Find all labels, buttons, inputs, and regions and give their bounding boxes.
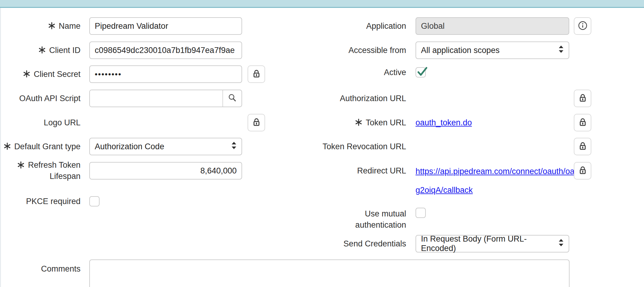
comments-label: Comments [0,260,80,278]
logo-url-label: Logo URL [0,114,80,131]
lock-icon [251,117,261,128]
active-checkbox[interactable] [416,67,426,78]
redirect-url-lock-button[interactable] [574,162,591,180]
lock-icon [578,93,588,104]
oauth-api-script-label: OAuth API Script [0,90,80,107]
token-revocation-url-label: Token Revocation URL [303,138,406,155]
lock-icon [578,165,588,176]
redirect-url-label: Redirect URL [303,162,406,180]
required-asterisk-icon [3,142,11,150]
lock-icon [578,117,588,128]
refresh-token-lifespan-input[interactable] [89,162,242,180]
select-stepper-icon [558,239,564,249]
client-secret-input[interactable] [89,65,242,83]
use-mutual-authentication-label: Use mutual authentication [303,208,406,231]
default-grant-type-label: Default Grant type [0,138,80,155]
lock-icon [578,141,588,152]
oauth-api-script-input[interactable] [90,90,222,107]
client-id-label: Client ID [0,41,80,59]
token-revocation-url-lock-button[interactable] [574,138,591,155]
form-header-bar [0,0,644,8]
oauth-entity-form: Name Client ID Client Secret OAuth API S… [0,0,644,287]
pkce-required-checkbox[interactable] [89,196,100,206]
application-info-button[interactable] [574,17,591,35]
send-credentials-label: Send Credentials [303,235,406,252]
info-icon [578,21,588,31]
logo-url-lock-button[interactable] [248,114,265,131]
redirect-url-link[interactable]: https://api.pipedream.com/connect/oauth/… [416,162,572,200]
token-url-link[interactable]: oauth_token.do [416,118,472,127]
application-input [416,17,569,35]
select-stepper-icon [231,142,237,152]
lock-icon [251,69,261,80]
accessible-from-label: Accessible from [303,41,406,59]
search-icon [228,93,237,104]
send-credentials-select[interactable]: In Request Body (Form URL-Encoded) [416,235,569,252]
application-label: Application [303,17,406,35]
active-label: Active [303,67,406,78]
client-secret-label: Client Secret [0,65,80,83]
required-asterisk-icon [355,118,363,126]
required-asterisk-icon [23,70,31,78]
client-secret-lock-button[interactable] [248,65,265,83]
required-asterisk-icon [17,161,25,169]
pkce-required-label: PKCE required [0,196,80,206]
name-label: Name [0,17,80,35]
client-id-input[interactable] [89,41,242,59]
default-grant-type-select[interactable]: Authorization Code [89,138,242,155]
oauth-api-script-field [89,90,242,107]
token-url-label: Token URL [303,114,406,131]
authorization-url-lock-button[interactable] [574,90,591,107]
authorization-url-label: Authorization URL [303,90,406,107]
select-stepper-icon [558,45,564,55]
token-url-lock-button[interactable] [574,114,591,131]
oauth-api-script-lookup-button[interactable] [222,90,242,107]
comments-textarea[interactable] [89,259,570,287]
use-mutual-authentication-checkbox[interactable] [416,208,426,218]
name-input[interactable] [89,17,242,35]
accessible-from-select[interactable]: All application scopes [416,41,569,59]
required-asterisk-icon [38,46,46,54]
required-asterisk-icon [48,22,56,30]
refresh-token-lifespan-label: Refresh Token Lifespan [0,162,80,180]
